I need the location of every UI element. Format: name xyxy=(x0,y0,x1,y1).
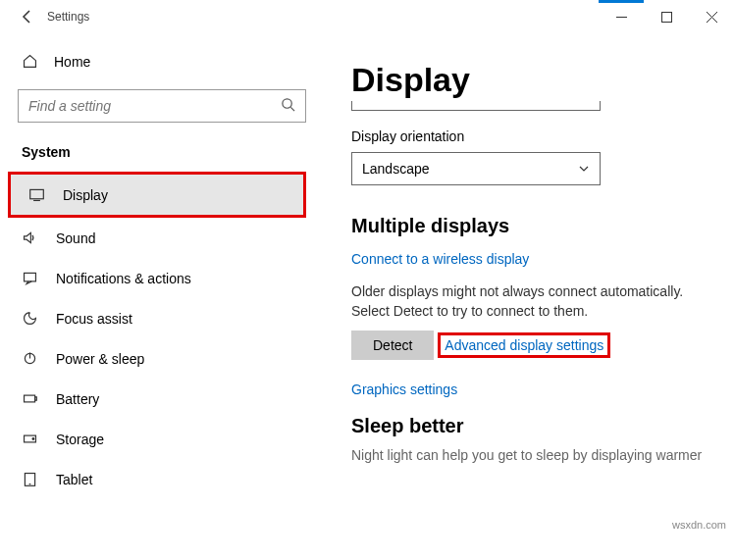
svg-rect-1 xyxy=(661,12,671,22)
sidebar-item-label: Tablet xyxy=(56,472,92,487)
maximize-icon xyxy=(661,12,672,23)
search-box[interactable] xyxy=(18,89,306,123)
sidebar-item-tablet[interactable]: Tablet xyxy=(4,459,320,499)
sidebar-item-display[interactable]: Display xyxy=(11,175,303,215)
svg-rect-8 xyxy=(25,273,36,281)
svg-point-14 xyxy=(32,438,34,440)
window-title: Settings xyxy=(47,10,89,24)
watermark: wsxdn.com xyxy=(672,519,726,531)
highlight-display: Display xyxy=(8,172,306,218)
maximize-button[interactable] xyxy=(644,1,689,32)
notifications-icon xyxy=(22,270,38,286)
storage-icon xyxy=(22,431,38,447)
display-icon xyxy=(28,186,45,203)
arrow-left-icon xyxy=(20,9,35,25)
battery-icon xyxy=(22,390,38,407)
sidebar-item-label: Notifications & actions xyxy=(56,271,191,286)
slider-remnant xyxy=(351,101,601,111)
orientation-select[interactable]: Landscape xyxy=(351,152,601,185)
power-icon xyxy=(22,350,38,367)
graphics-settings-link[interactable]: Graphics settings xyxy=(351,382,457,397)
titlebar: Settings xyxy=(0,0,734,33)
svg-line-5 xyxy=(290,107,294,111)
orientation-value: Landscape xyxy=(362,161,430,177)
sidebar: Home System Display Sound Notifications … xyxy=(0,33,324,560)
minimize-button[interactable] xyxy=(599,1,644,32)
svg-point-4 xyxy=(283,99,291,108)
search-icon xyxy=(281,97,295,115)
sleep-better-heading: Sleep better xyxy=(351,415,714,437)
sidebar-item-notifications[interactable]: Notifications & actions xyxy=(4,258,320,298)
home-nav[interactable]: Home xyxy=(4,43,320,79)
minimize-icon xyxy=(616,12,627,23)
close-button[interactable] xyxy=(689,1,734,32)
connect-wireless-link[interactable]: Connect to a wireless display xyxy=(351,251,529,267)
multiple-displays-heading: Multiple displays xyxy=(351,215,714,237)
sidebar-item-label: Focus assist xyxy=(56,311,132,327)
sidebar-item-storage[interactable]: Storage xyxy=(4,419,320,459)
svg-rect-6 xyxy=(30,189,44,198)
older-displays-text: Older displays might not always connect … xyxy=(351,282,714,321)
search-input[interactable] xyxy=(28,98,281,114)
sidebar-item-focus[interactable]: Focus assist xyxy=(4,298,320,338)
detect-button[interactable]: Detect xyxy=(351,331,434,360)
focus-icon xyxy=(22,310,38,327)
tablet-icon xyxy=(22,471,38,487)
sidebar-item-label: Sound xyxy=(56,230,95,246)
sleep-better-desc: Night light can help you get to sleep by… xyxy=(351,447,714,463)
home-icon xyxy=(22,53,38,70)
sidebar-item-battery[interactable]: Battery xyxy=(4,379,320,419)
sidebar-item-label: Display xyxy=(63,187,108,203)
sidebar-item-power[interactable]: Power & sleep xyxy=(4,338,320,379)
orientation-label: Display orientation xyxy=(351,128,714,144)
chevron-down-icon xyxy=(578,163,590,175)
back-button[interactable] xyxy=(8,0,47,33)
svg-rect-11 xyxy=(25,395,35,402)
sidebar-item-label: Battery xyxy=(56,391,99,407)
sidebar-item-sound[interactable]: Sound xyxy=(4,218,320,258)
svg-rect-12 xyxy=(35,397,37,400)
highlight-advanced: Advanced display settings xyxy=(438,332,610,358)
advanced-display-link[interactable]: Advanced display settings xyxy=(445,337,603,353)
sidebar-item-label: Power & sleep xyxy=(56,351,144,367)
section-label: System xyxy=(4,138,320,172)
sound-icon xyxy=(22,229,38,246)
page-title: Display xyxy=(351,61,714,99)
sidebar-item-label: Storage xyxy=(56,432,104,447)
close-icon xyxy=(707,12,717,23)
content-pane: Display Display orientation Landscape Mu… xyxy=(324,33,734,560)
home-label: Home xyxy=(54,54,90,70)
